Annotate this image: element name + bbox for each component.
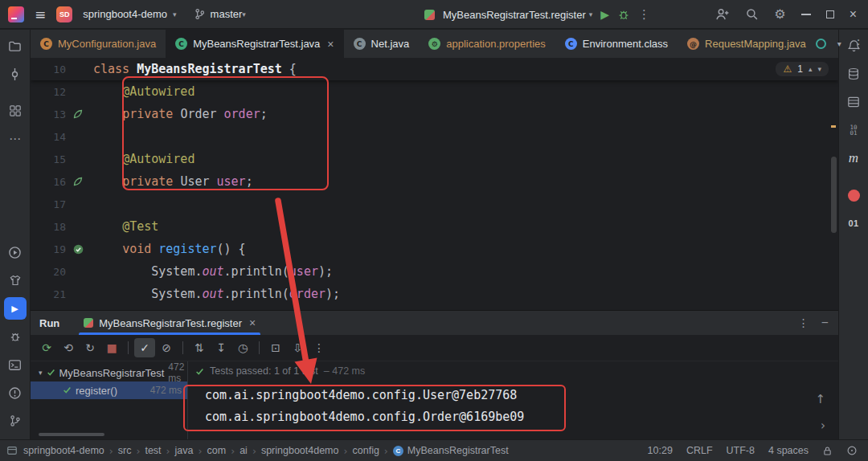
project-selector[interactable]: springboot4-demo xyxy=(83,8,167,20)
encoding-widget[interactable]: UTF-8 xyxy=(727,445,755,456)
code-line[interactable]: 20 System.out.println(user); xyxy=(31,260,838,283)
line-number[interactable]: 17 xyxy=(31,198,66,210)
tab-options-kebab-icon[interactable]: ⋮ xyxy=(853,37,865,51)
breadcrumb-item[interactable]: java xyxy=(175,445,194,456)
test-tree-item[interactable]: ▾MyBeansRegistrarTest472 ms xyxy=(31,364,187,381)
more-options-kebab-icon[interactable]: ⋮ xyxy=(309,338,330,357)
indent-widget[interactable]: 4 spaces xyxy=(768,445,809,456)
line-number[interactable]: 15 xyxy=(31,153,66,165)
line-number[interactable]: 13 xyxy=(31,108,66,120)
expand-chevron-icon[interactable]: › xyxy=(821,418,825,433)
line-number[interactable]: 16 xyxy=(31,176,66,188)
minimize-button[interactable] xyxy=(801,14,811,15)
red-plugin-tool-icon[interactable] xyxy=(842,184,865,206)
run-button[interactable]: ▶ xyxy=(600,8,609,21)
run-tool-icon[interactable]: ▶ xyxy=(4,297,27,320)
inspections-widget[interactable]: ⚠ 1 ▴ ▾ xyxy=(776,62,829,76)
scroll-to-top-icon[interactable]: ↑ xyxy=(815,392,825,406)
binary-01-tool-icon[interactable]: 01 xyxy=(842,212,865,235)
breadcrumb-item[interactable]: springboot4demo xyxy=(261,445,339,456)
code-line[interactable]: 12 @Autowired xyxy=(31,80,838,103)
shirt-plugin-tool-icon[interactable] xyxy=(4,269,27,292)
breadcrumb-class-item[interactable]: CMyBeansRegistrarTest xyxy=(393,445,509,456)
rerun-failed-tests-icon[interactable]: ⟲ xyxy=(58,338,79,357)
test-console[interactable]: Tests passed: 1 of 1 test – 472 ms com.a… xyxy=(188,361,838,439)
code-editor[interactable]: 10class MyBeansRegistrarTest { 12 @Autow… xyxy=(31,58,838,310)
test-tree-item[interactable]: register()472 ms xyxy=(31,381,187,399)
code-line[interactable]: 17 xyxy=(31,193,838,215)
rerun-tests-icon[interactable]: ⟳ xyxy=(36,338,57,357)
show-passed-icon[interactable]: ✓ xyxy=(134,338,155,357)
import-test-results-icon[interactable]: ⇩ xyxy=(287,338,308,357)
problems-tool-icon[interactable] xyxy=(4,381,27,404)
services-tool-icon[interactable] xyxy=(4,241,27,263)
status-indicator-icon[interactable] xyxy=(846,445,858,456)
project-tool-icon[interactable] xyxy=(4,35,27,57)
test-history-icon[interactable]: ⊡ xyxy=(265,338,286,357)
code-line[interactable]: 21 System.out.println(order); xyxy=(31,283,838,305)
close-icon[interactable]: × xyxy=(327,38,334,51)
git-tool-icon[interactable] xyxy=(4,410,27,432)
next-problem-chevron-icon[interactable]: ▾ xyxy=(817,65,821,73)
close-window-button[interactable]: × xyxy=(850,8,857,21)
search-everywhere-icon[interactable] xyxy=(745,7,759,21)
caret-position[interactable]: 10:29 xyxy=(648,445,673,456)
settings-gear-icon[interactable]: ⚙ xyxy=(774,6,785,22)
tree-horizontal-scrollbar[interactable] xyxy=(39,433,104,436)
hidden-tabs-chevron-icon[interactable]: ▾ xyxy=(837,39,841,48)
editor-tab[interactable]: @RequestMapping.java xyxy=(678,30,816,58)
editor-tab[interactable]: CEnvironment.class xyxy=(555,30,678,58)
breadcrumb-item[interactable]: test xyxy=(145,445,161,456)
code-line[interactable]: 18 @Test xyxy=(31,215,838,238)
commit-tool-icon[interactable] xyxy=(4,63,27,85)
prev-problem-chevron-icon[interactable]: ▴ xyxy=(809,65,813,73)
warning-stripe-mark[interactable] xyxy=(831,125,836,128)
line-number[interactable]: 20 xyxy=(31,266,66,278)
code-line[interactable]: 13 private Order order; xyxy=(31,103,838,125)
line-separator-widget[interactable]: CRLF xyxy=(686,445,713,456)
toggle-auto-test-icon[interactable]: ↻ xyxy=(80,338,100,357)
editor-tab[interactable]: CMyBeansRegistrarTest.java× xyxy=(166,30,343,58)
code-line[interactable]: 15 @Autowired xyxy=(31,148,838,170)
hidden-tab-class-icon[interactable] xyxy=(816,39,826,49)
show-ignored-icon[interactable]: ⊘ xyxy=(156,338,177,357)
terminal-tool-icon[interactable] xyxy=(4,353,27,376)
database-tool-icon[interactable] xyxy=(842,63,865,85)
run-tab[interactable]: MyBeansRegistrarTest.register × xyxy=(76,311,264,335)
spring-bean-icon[interactable] xyxy=(66,109,90,119)
close-icon[interactable]: × xyxy=(249,316,256,329)
registers-binary-tool-icon[interactable]: 1001 xyxy=(842,119,865,141)
editor-tab[interactable]: CNet.java xyxy=(344,30,420,58)
more-tool-windows-icon[interactable]: ⋯ xyxy=(4,128,27,150)
table-rows-tool-icon[interactable] xyxy=(842,91,865,113)
sort-by-duration-icon[interactable]: ◷ xyxy=(232,338,253,357)
maven-tool-icon[interactable]: m xyxy=(842,147,865,169)
breadcrumb-item[interactable]: config xyxy=(353,445,379,456)
code-line[interactable]: 19 void register() { xyxy=(31,238,838,260)
sort-alphabetically-icon[interactable]: ⇅ xyxy=(189,338,210,357)
line-number[interactable]: 19 xyxy=(31,243,66,255)
code-line[interactable]: 16 private User user; xyxy=(31,170,838,193)
structure-tool-icon[interactable] xyxy=(4,100,27,122)
lock-icon[interactable] xyxy=(822,446,833,456)
line-number[interactable]: 12 xyxy=(31,86,66,98)
run-panel-kebab-icon[interactable]: ⋮ xyxy=(798,316,809,329)
editor-scrollbar[interactable] xyxy=(831,157,837,233)
run-config-selector[interactable]: MyBeansRegistrarTest.register xyxy=(443,9,586,21)
breadcrumb-item[interactable]: ai xyxy=(240,445,248,456)
breadcrumb-item[interactable]: springboot4-demo xyxy=(23,445,104,456)
navigate-to-test-icon[interactable]: ↧ xyxy=(211,338,231,357)
line-number[interactable]: 14 xyxy=(31,131,66,143)
spring-bean-icon[interactable] xyxy=(66,177,90,186)
line-number[interactable]: 21 xyxy=(31,288,66,300)
stop-icon[interactable]: ■ xyxy=(101,338,122,357)
line-number[interactable]: 10 xyxy=(31,63,66,75)
run-more-kebab-icon[interactable]: ⋮ xyxy=(638,7,650,22)
code-line[interactable]: 10class MyBeansRegistrarTest { xyxy=(31,58,838,80)
code-line[interactable]: 14 xyxy=(31,125,838,148)
debug-tool-icon[interactable] xyxy=(4,325,27,348)
main-menu-hamburger-icon[interactable]: ≡ xyxy=(35,6,46,22)
editor-tab[interactable]: ⚙application.properties xyxy=(419,30,555,58)
vcs-branch-selector[interactable]: master ▾ xyxy=(194,8,246,20)
run-test-icon[interactable] xyxy=(66,244,90,255)
